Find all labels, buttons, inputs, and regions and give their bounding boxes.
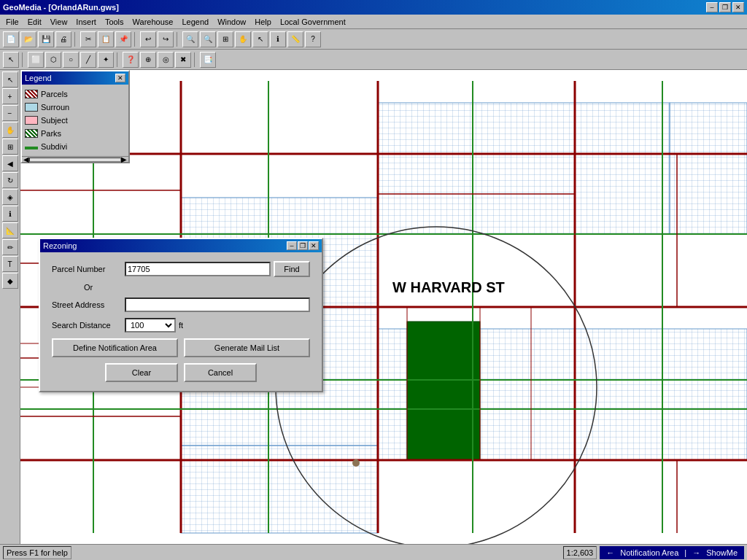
- tool-draw[interactable]: ✏: [2, 239, 18, 255]
- tb2-spatial[interactable]: ⊕: [140, 52, 156, 68]
- menu-legend[interactable]: Legend: [177, 16, 213, 28]
- search-distance-select[interactable]: 100 200 500: [125, 318, 176, 332]
- tb-paste[interactable]: 📌: [115, 31, 131, 47]
- tb-print[interactable]: 🖨: [55, 31, 71, 47]
- legend-icon-surround: [25, 103, 38, 112]
- tb2-pointer[interactable]: ↖: [3, 52, 19, 68]
- tb-copy[interactable]: 📋: [98, 31, 114, 47]
- tb2-clear[interactable]: ✖: [175, 52, 191, 68]
- dialog-close-button[interactable]: ✕: [309, 241, 319, 250]
- legend-title-bar: Legend ✕: [22, 71, 128, 85]
- legend-label-surround: Surroun: [41, 103, 69, 112]
- status-help-text: Press F1 for help: [7, 548, 68, 557]
- tool-pan[interactable]: ✋: [2, 122, 18, 138]
- find-button[interactable]: Find: [274, 261, 310, 277]
- tb-open[interactable]: 📂: [20, 31, 36, 47]
- dialog-restore-button[interactable]: ❐: [298, 241, 308, 250]
- tb-zoom-out[interactable]: 🔍: [200, 31, 216, 47]
- menu-insert[interactable]: Insert: [71, 16, 101, 28]
- parcel-number-input[interactable]: [125, 262, 271, 276]
- title-bar: GeoMedia - [OrlandARun.gws] – ❐ ✕: [0, 0, 747, 15]
- status-notification-label: Notification Area: [620, 548, 678, 557]
- tool-node[interactable]: ◆: [2, 273, 18, 289]
- tb-select[interactable]: ↖: [252, 31, 268, 47]
- tb2-select-box[interactable]: ⬜: [28, 52, 44, 68]
- legend-title: Legend: [25, 74, 52, 82]
- tb-pan[interactable]: ✋: [235, 31, 251, 47]
- legend-icon-parks: [25, 129, 38, 138]
- tb-measure[interactable]: 📏: [287, 31, 303, 47]
- cancel-button[interactable]: Cancel: [184, 363, 257, 382]
- parcel-number-row: Parcel Number Find: [52, 261, 310, 277]
- search-distance-row: Search Distance 100 200 500 ft: [52, 318, 310, 332]
- menu-tools[interactable]: Tools: [101, 16, 128, 28]
- tool-text[interactable]: T: [2, 256, 18, 272]
- tool-measure[interactable]: 📐: [2, 222, 18, 238]
- minimize-button[interactable]: –: [706, 2, 718, 12]
- tb-zoom-all[interactable]: ⊞: [217, 31, 233, 47]
- dialog-title: Rezoning: [43, 241, 77, 250]
- tb2-legend[interactable]: 📑: [200, 52, 216, 68]
- status-arrow-icon: ←: [606, 548, 614, 557]
- tb-save[interactable]: 💾: [38, 31, 54, 47]
- street-address-row: Street Address: [52, 298, 310, 312]
- tool-select[interactable]: ◈: [2, 189, 18, 205]
- menu-help[interactable]: Help: [250, 16, 276, 28]
- or-row: Or: [52, 283, 310, 292]
- legend-label-subdivi: Subdivi: [41, 142, 67, 151]
- tb2-select-circle[interactable]: ○: [63, 52, 79, 68]
- tb-undo[interactable]: ↩: [140, 31, 156, 47]
- legend-scroll-left[interactable]: ◀: [23, 155, 29, 163]
- clear-button[interactable]: Clear: [105, 363, 178, 382]
- status-scale: 1:2,603: [563, 546, 597, 559]
- tb2-select-pt[interactable]: ✦: [98, 52, 114, 68]
- tool-zoom-all[interactable]: ⊞: [2, 139, 18, 155]
- menu-view[interactable]: View: [46, 16, 72, 28]
- map-area: W HARVARD ST W YALE ST Legend ✕ Parcels …: [20, 70, 747, 544]
- legend-scrollbar[interactable]: [29, 158, 121, 162]
- status-divider: |: [684, 548, 686, 557]
- tb-zoom-in[interactable]: 🔍: [182, 31, 198, 47]
- legend-close-button[interactable]: ✕: [115, 74, 125, 82]
- tb-cut[interactable]: ✂: [80, 31, 96, 47]
- menu-edit[interactable]: Edit: [23, 16, 46, 28]
- menu-warehouse[interactable]: Warehouse: [128, 16, 178, 28]
- tool-pointer[interactable]: ↖: [2, 71, 18, 88]
- close-button[interactable]: ✕: [732, 2, 744, 12]
- tb-identify[interactable]: ℹ: [270, 31, 286, 47]
- menu-local-gov[interactable]: Local Government: [276, 16, 350, 28]
- tb-help[interactable]: ?: [305, 31, 321, 47]
- or-label: Or: [52, 283, 125, 292]
- define-notification-area-button[interactable]: Define Notification Area: [52, 338, 178, 357]
- generate-mail-list-button[interactable]: Generate Mail List: [184, 338, 310, 357]
- dialog-body: Parcel Number Find Or Street Address Sea…: [40, 252, 322, 391]
- tool-zoom-prev[interactable]: ◀: [2, 155, 18, 171]
- tb2-select-line[interactable]: ╱: [80, 52, 96, 68]
- tb2-query[interactable]: ❓: [123, 52, 139, 68]
- tool-rotate[interactable]: ↻: [2, 172, 18, 188]
- tb2-buffer[interactable]: ◎: [158, 52, 174, 68]
- street-address-input[interactable]: [125, 298, 310, 312]
- tool-identify[interactable]: ℹ: [2, 206, 18, 222]
- svg-rect-10: [181, 446, 378, 533]
- bottom-buttons-row: Clear Cancel: [52, 363, 310, 382]
- tb2-select-poly[interactable]: ⬡: [45, 52, 61, 68]
- tb-redo[interactable]: ↪: [158, 31, 174, 47]
- tb-new[interactable]: 📄: [3, 31, 19, 47]
- dialog-title-bar: Rezoning – ❐ ✕: [40, 239, 322, 252]
- tool-zoom-in[interactable]: +: [2, 88, 18, 104]
- svg-rect-11: [407, 322, 480, 460]
- restore-button[interactable]: ❐: [719, 2, 731, 12]
- legend-scroll: ◀ ▶: [22, 156, 128, 162]
- tool-zoom-out[interactable]: −: [2, 105, 18, 121]
- legend-scroll-right[interactable]: ▶: [121, 155, 127, 163]
- menu-file[interactable]: File: [1, 16, 23, 28]
- legend-item-surround: Surroun: [25, 101, 125, 114]
- street-label-harvard: W HARVARD ST: [392, 279, 505, 295]
- action-buttons-row: Define Notification Area Generate Mail L…: [52, 338, 310, 357]
- main-area: ↖ + − ✋ ⊞ ◀ ↻ ◈ ℹ 📐 ✏ T ◆: [0, 70, 747, 544]
- svg-rect-2: [575, 103, 670, 234]
- dialog-minimize-button[interactable]: –: [287, 241, 297, 250]
- menu-window[interactable]: Window: [213, 16, 250, 28]
- svg-rect-3: [670, 103, 747, 234]
